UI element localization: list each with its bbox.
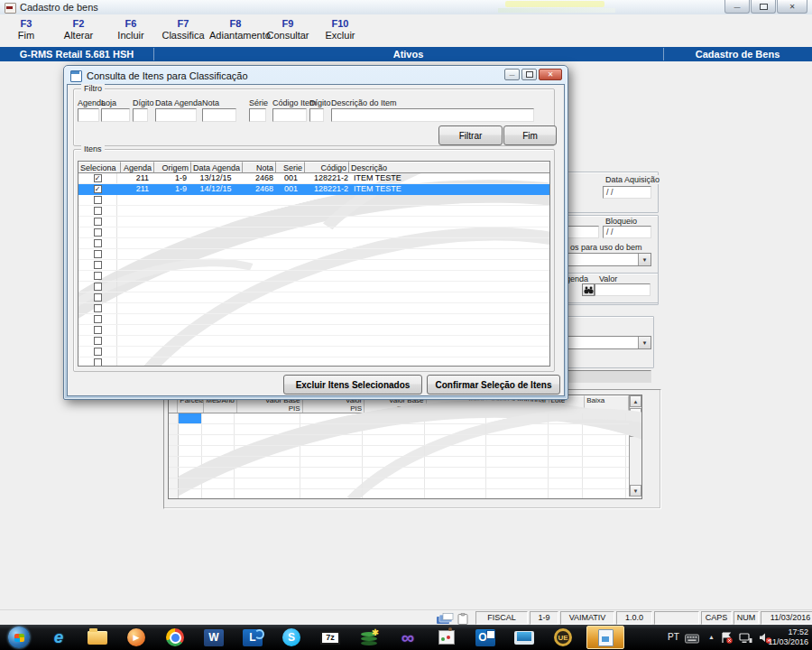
- table-row[interactable]: [78, 195, 549, 206]
- column-header[interactable]: Serie: [276, 162, 305, 173]
- row-checkbox[interactable]: [94, 207, 102, 215]
- table-row[interactable]: [78, 206, 549, 217]
- show-hidden-icons-button[interactable]: ▲: [708, 634, 715, 640]
- taskbar-outlook-icon[interactable]: O: [468, 626, 503, 649]
- table-row[interactable]: ✓2111-914/12/152468001128221-2ITEM TESTE: [78, 184, 549, 195]
- row-checkbox[interactable]: [94, 315, 102, 323]
- keyboard-icon[interactable]: [685, 631, 699, 647]
- dialog-minimize-button[interactable]: [504, 69, 520, 80]
- taskbar-ultraedit-icon[interactable]: UE: [546, 626, 580, 649]
- filter-input[interactable]: [133, 108, 148, 122]
- dialog-maximize-button[interactable]: [521, 69, 537, 80]
- selected-cell[interactable]: [179, 413, 202, 423]
- fkey-excluir[interactable]: F10Excluir: [314, 14, 366, 47]
- table-row[interactable]: [78, 217, 549, 228]
- row-checkbox[interactable]: ✓: [94, 185, 102, 193]
- taskbar-database-tool-icon[interactable]: [352, 626, 386, 649]
- taskbar-infinity-app-icon[interactable]: ∞: [391, 626, 425, 649]
- fim-button[interactable]: Fim: [503, 125, 557, 145]
- language-indicator[interactable]: PT: [668, 632, 679, 642]
- taskbar-remote-desktop-icon[interactable]: [507, 626, 541, 649]
- bloqueio-field[interactable]: / /: [603, 226, 651, 238]
- fkey-fim[interactable]: F3Fim: [0, 14, 52, 47]
- search-binoculars-button[interactable]: [582, 283, 595, 296]
- taskbar-scheduler-app-icon[interactable]: [429, 626, 464, 649]
- row-checkbox[interactable]: [94, 272, 102, 280]
- table-row[interactable]: ✓2111-913/12/152468001128221-2ITEM TESTE: [78, 173, 549, 184]
- column-header[interactable]: Descrição: [349, 162, 549, 173]
- table-row[interactable]: [78, 228, 549, 238]
- fkey-alterar[interactable]: F2Alterar: [52, 14, 105, 47]
- fkey-consultar[interactable]: F9Consultar: [262, 14, 314, 47]
- row-checkbox[interactable]: [94, 218, 102, 226]
- filter-input[interactable]: [78, 108, 99, 122]
- column-header[interactable]: Seleciona: [78, 162, 121, 173]
- column-header[interactable]: Nota: [243, 162, 276, 173]
- window-minimize-button[interactable]: [724, 0, 750, 14]
- table-row[interactable]: [78, 303, 549, 314]
- taskbar-active-window-icon[interactable]: [586, 626, 624, 649]
- column-header[interactable]: Origem: [154, 162, 191, 173]
- table-row[interactable]: [78, 347, 549, 358]
- table-row[interactable]: [78, 325, 549, 336]
- table-row[interactable]: [78, 336, 549, 347]
- taskbar-word-icon[interactable]: W: [197, 626, 231, 649]
- row-checkbox[interactable]: [94, 358, 102, 367]
- column-header[interactable]: Agenda: [121, 162, 154, 173]
- table-row[interactable]: [78, 292, 549, 303]
- row-checkbox[interactable]: ✓: [94, 174, 102, 182]
- filter-input[interactable]: [202, 108, 236, 122]
- taskbar-file-explorer-icon[interactable]: [80, 626, 115, 649]
- confirmar-selecao-button[interactable]: Confirmar Seleção de Itens: [427, 375, 560, 395]
- row-checkbox[interactable]: [94, 250, 102, 258]
- row-checkbox[interactable]: [94, 283, 102, 291]
- row-checkbox[interactable]: [94, 239, 102, 247]
- taskbar-blue-l-app-icon[interactable]: L: [235, 626, 270, 649]
- table-row[interactable]: [78, 271, 549, 282]
- fkey-adiantamento[interactable]: F8Adiantamento: [209, 14, 262, 47]
- taskbar-internet-explorer-icon[interactable]: e: [42, 626, 76, 649]
- fkey-incluir[interactable]: F6Incluir: [105, 14, 157, 47]
- row-checkbox[interactable]: [94, 337, 102, 345]
- row-checkbox[interactable]: [94, 326, 102, 334]
- chevron-down-icon[interactable]: [638, 254, 651, 265]
- chevron-down-icon[interactable]: [638, 337, 651, 348]
- table-row[interactable]: [78, 260, 549, 271]
- taskbar-seven-zip-icon[interactable]: 7z: [313, 626, 347, 649]
- fkey-classifica[interactable]: F7Classifica: [157, 14, 209, 47]
- dialog-titlebar[interactable]: Consulta de Itens para Classificação: [67, 69, 565, 84]
- row-checkbox[interactable]: [94, 304, 102, 312]
- filter-input[interactable]: [249, 108, 266, 122]
- data-aquisicao-field[interactable]: / /: [603, 186, 651, 199]
- table-row[interactable]: [78, 238, 549, 249]
- dialog-close-button[interactable]: [539, 69, 562, 80]
- action-center-flag-icon[interactable]: [721, 631, 733, 647]
- table-row[interactable]: [78, 358, 549, 367]
- row-checkbox[interactable]: [94, 228, 102, 237]
- row-checkbox[interactable]: [94, 293, 102, 302]
- filter-input[interactable]: [309, 108, 324, 122]
- row-checkbox[interactable]: [94, 196, 102, 204]
- filter-input[interactable]: [155, 108, 197, 122]
- scroll-up-button[interactable]: [630, 395, 641, 407]
- taskbar-chrome-icon[interactable]: [158, 626, 192, 649]
- filtrar-button[interactable]: Filtrar: [438, 125, 503, 145]
- clock[interactable]: 17:52 11/03/2016: [769, 627, 808, 647]
- valor-field[interactable]: [595, 283, 651, 296]
- network-icon[interactable]: [739, 631, 752, 647]
- window-restore-button[interactable]: [751, 0, 776, 14]
- filter-input[interactable]: [331, 108, 534, 122]
- filter-input[interactable]: [101, 108, 130, 122]
- filter-input[interactable]: [272, 108, 307, 122]
- taskbar-media-player-icon[interactable]: ▶: [119, 626, 153, 649]
- column-header[interactable]: Código: [305, 162, 349, 173]
- window-close-button[interactable]: [777, 0, 807, 14]
- column-header[interactable]: Data Agenda: [191, 162, 243, 173]
- row-checkbox[interactable]: [94, 348, 102, 356]
- table-row[interactable]: [78, 249, 549, 260]
- table-row[interactable]: [78, 282, 549, 292]
- taskbar-skype-icon[interactable]: S: [274, 626, 309, 649]
- excluir-itens-button[interactable]: Excluir Itens Selecionados: [283, 375, 422, 395]
- taskbar-start-button-icon[interactable]: [4, 626, 34, 649]
- table-row[interactable]: [78, 314, 549, 325]
